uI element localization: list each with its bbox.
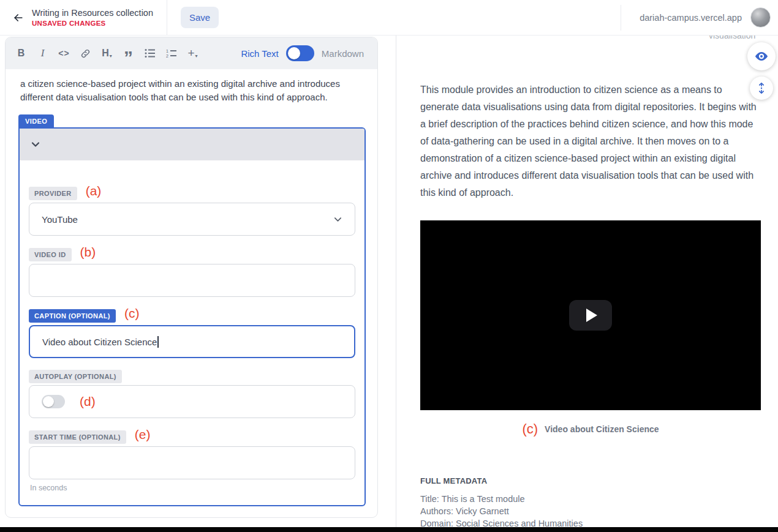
heading-glyph: H [102, 48, 109, 59]
start-time-input[interactable] [29, 446, 355, 479]
editor-panel: B I <> H▾ ” 12 +▾ Rich Text Markdown [5, 37, 378, 518]
avatar[interactable] [750, 7, 771, 28]
header-divider [167, 0, 167, 35]
metadata-row-title: Title: This is a Test module [420, 493, 763, 505]
caption-field: CAPTION (OPTIONAL) (c) Video about Citiz… [29, 309, 355, 358]
site-name: dariah-campus.vercel.app [640, 13, 742, 23]
back-arrow-icon [12, 12, 25, 24]
text-cursor [157, 336, 159, 348]
heading-icon[interactable]: H▾ [96, 43, 118, 64]
provider-label: PROVIDER [29, 187, 77, 200]
richtext-markdown-toggle[interactable] [286, 45, 314, 61]
numbered-list-icon[interactable]: 12 [161, 43, 182, 64]
autoplay-label: AUTOPLAY (OPTIONAL) [29, 370, 122, 383]
code-icon[interactable]: <> [53, 43, 75, 64]
unsaved-changes-badge: UNSAVED CHANGES [32, 20, 153, 27]
caption-value: Video about Citizen Science [42, 337, 157, 347]
save-button[interactable]: Save [181, 7, 219, 28]
back-button[interactable] [6, 6, 31, 30]
caption-label: CAPTION (OPTIONAL) [29, 309, 116, 323]
header-right: dariah-campus.vercel.app [621, 0, 778, 35]
autoplay-toggle-knob [43, 396, 54, 407]
app-root: Writing in Resources collection UNSAVED … [0, 0, 778, 532]
collapse-button[interactable] [31, 140, 40, 149]
autoplay-box: (d) [29, 385, 355, 418]
preview-toggle-button[interactable] [747, 42, 776, 70]
header-divider-right [621, 5, 621, 31]
bullet-list-icon[interactable] [139, 43, 161, 64]
autoplay-toggle[interactable] [42, 395, 65, 408]
bold-icon[interactable]: B [10, 43, 32, 64]
play-icon [586, 309, 597, 322]
editor-mode-cluster: Rich Text Markdown [241, 45, 369, 61]
add-caret-icon: ▾ [195, 53, 198, 59]
link-icon[interactable] [75, 43, 96, 64]
metadata-rows: Title: This is a Test module Authors: Vi… [420, 493, 763, 527]
metadata-row-authors: Authors: Vicky Garnett [420, 505, 763, 517]
eye-icon [754, 49, 769, 64]
video-id-input[interactable] [29, 264, 355, 297]
quote-glyph: ” [124, 47, 133, 68]
video-block: PROVIDER (a) YouTube VIDEO ID (b) [18, 127, 366, 506]
video-block-header[interactable] [20, 129, 364, 160]
start-time-label: START TIME (OPTIONAL) [29, 430, 126, 444]
top-bar: Writing in Resources collection UNSAVED … [0, 0, 778, 36]
add-block-icon[interactable]: +▾ [182, 43, 203, 64]
annotation-c-preview: (c) [522, 421, 538, 437]
select-chevron-icon [333, 215, 342, 224]
metadata-row-domain: Domain: Social Sciences and Humanities [420, 517, 763, 527]
richtext-mode-label: Rich Text [241, 48, 278, 59]
start-time-field: START TIME (OPTIONAL) (e) In seconds [29, 430, 355, 492]
svg-text:1: 1 [166, 49, 168, 53]
markdown-mode-label: Markdown [322, 48, 364, 59]
metadata-heading: FULL METADATA [420, 476, 763, 485]
document-title-block: Writing in Resources collection UNSAVED … [32, 8, 153, 27]
annotation-d: (d) [80, 394, 96, 409]
clipped-heading-text: visualisation [709, 36, 755, 40]
annotation-b: (b) [80, 245, 96, 260]
italic-icon[interactable]: I [32, 43, 53, 64]
play-button[interactable] [569, 300, 612, 331]
caption-input[interactable]: Video about Citizen Science [29, 325, 355, 358]
annotation-a: (a) [86, 184, 102, 198]
autoplay-field: AUTOPLAY (OPTIONAL) (d) [29, 370, 355, 418]
video-block-body: PROVIDER (a) YouTube VIDEO ID (b) [20, 186, 364, 505]
heading-caret-icon: ▾ [110, 53, 112, 59]
richtext-toolbar: B I <> H▾ ” 12 +▾ Rich Text Markdown [6, 37, 377, 69]
page-title: Writing in Resources collection [32, 8, 153, 18]
preview-paragraph: This module provides an introduction to … [420, 81, 763, 201]
video-id-label: VIDEO ID [29, 248, 72, 261]
annotation-e: (e) [135, 427, 151, 442]
editor-paragraph[interactable]: a citizen science-based project within a… [20, 77, 363, 104]
svg-text:2: 2 [166, 54, 168, 58]
video-player [420, 220, 761, 410]
video-id-field: VIDEO ID (b) [29, 247, 355, 297]
bottom-bar [0, 527, 778, 532]
plus-glyph: + [187, 47, 194, 60]
video-block-tag: VIDEO [18, 114, 54, 127]
quote-icon[interactable]: ” [118, 43, 139, 64]
annotation-c: (c) [124, 306, 140, 321]
provider-select[interactable]: YouTube [29, 203, 355, 236]
toggle-knob [288, 47, 300, 59]
provider-field: PROVIDER (a) YouTube [29, 186, 355, 236]
full-metadata-section: FULL METADATA Title: This is a Test modu… [420, 476, 763, 527]
video-caption: Video about Citizen Science [545, 424, 659, 434]
chevron-down-icon [31, 140, 40, 149]
video-caption-row: (c) Video about Citizen Science [420, 421, 761, 437]
preview-panel: visualisation This module provides an in… [396, 36, 778, 527]
start-time-helper: In seconds [29, 484, 355, 492]
provider-value: YouTube [42, 214, 78, 225]
